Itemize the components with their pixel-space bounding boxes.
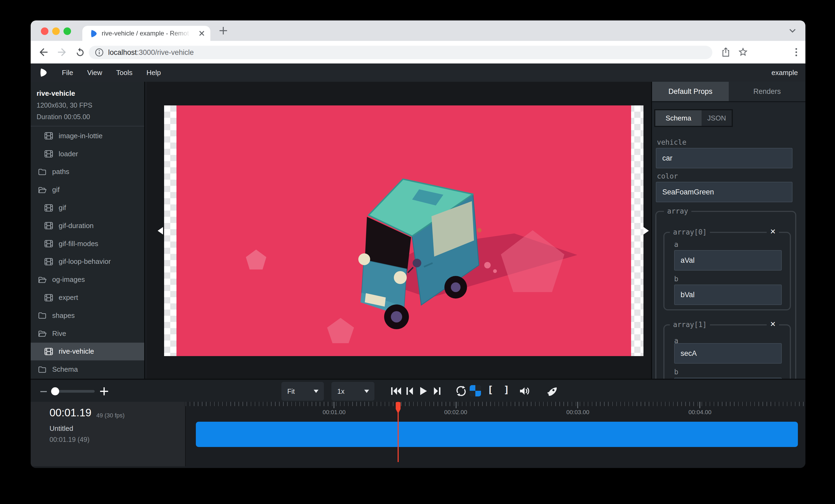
timeline-section: 00:01.19 49 (30 fps) Untitled 00:01.19 (… [30,402,806,468]
sidebar-item-rive-vehicle[interactable]: rive-vehicle [30,343,144,361]
vehicle-field[interactable] [656,148,793,168]
ruler-tick-4s: 00:04.00 [684,409,716,416]
previous-frame-button[interactable] [403,384,416,398]
zoom-out-icon[interactable] [39,387,48,396]
field-label-color: color [657,172,678,180]
array-0-a-field[interactable] [674,250,782,271]
transparency-checkerboard-icon[interactable] [470,385,481,396]
current-frame-display: 49 (30 fps) [96,412,125,419]
skip-to-start-button[interactable] [389,384,403,398]
current-time-display: 00:01.19 [49,407,91,419]
address-bar[interactable]: localhost:3000/rive-vehicle [89,46,712,59]
timeline-info-panel: 00:01.19 49 (30 fps) Untitled 00:01.19 (… [30,402,186,466]
array-1-a-field[interactable] [674,343,782,364]
forward-icon[interactable] [56,46,68,58]
site-info-icon[interactable] [95,48,104,57]
app-menubar: File View Tools Help example [30,63,806,82]
render-rocket-icon[interactable] [546,384,558,398]
menu-view[interactable]: View [87,68,102,77]
play-button[interactable] [416,384,429,398]
sidebar-item-gif-fill-modes[interactable]: gif-fill-modes [30,235,144,253]
sidebar-item-gif-duration[interactable]: gif-duration [30,217,144,235]
close-window-button[interactable] [41,27,48,35]
tab-close-icon[interactable] [198,29,205,37]
menu-tools[interactable]: Tools [116,68,133,77]
browser-toolbar: localhost:3000/rive-vehicle [30,41,806,63]
track-duration: 00:01.19 (49) [49,436,89,443]
fullscreen-window-button[interactable] [63,27,71,35]
playback-controls-bar: Fit 1x [30,379,806,402]
sidebar-folder-og-images[interactable]: og-images [30,271,144,289]
chevron-down-icon [314,390,319,393]
sidebar-item-gif[interactable]: gif [30,199,144,217]
composition-info: rive-vehicle 1200x630, 30 FPS Duration 0… [30,82,144,126]
film-icon [44,221,53,230]
field-label-a: a [674,240,678,249]
url-path: :3000/rive-vehicle [137,48,194,57]
field-label-b: b [674,368,678,376]
new-tab-button[interactable] [219,26,228,35]
collapse-panel-icon[interactable] [644,227,649,234]
sidebar-folder-gif[interactable]: gif [30,181,144,199]
in-marker-button[interactable]: [ [487,384,493,395]
tab-search-chevron-icon[interactable] [788,26,797,35]
browser-menu-icon[interactable] [790,46,802,58]
bookmark-star-icon[interactable] [738,47,748,58]
chevron-down-icon [364,390,369,393]
sidebar-item-gif-loop-behavior[interactable]: gif-loop-behavior [30,253,144,271]
folder-open-icon [38,329,47,338]
color-field[interactable] [656,182,793,202]
composition-duration: Duration 00:05.00 [37,113,144,121]
desktop-background: rive-vehicle / example - Remot [0,0,835,504]
sidebar-item-expert[interactable]: expert [30,289,144,307]
animation-viewport [177,105,631,356]
film-icon [44,203,53,212]
zoom-in-icon[interactable] [100,387,109,396]
folder-icon [38,365,47,374]
loop-toggle-icon[interactable] [455,384,468,398]
playhead-marker[interactable] [395,402,401,414]
remove-array-item-icon[interactable]: ✕ [767,320,779,329]
array-item-0: array[0] ✕ a b [664,232,791,310]
reload-icon[interactable] [74,46,86,58]
menu-help[interactable]: Help [147,68,161,77]
tab-renders[interactable]: Renders [729,82,806,101]
tab-default-props[interactable]: Default Props [652,82,729,101]
sidebar-item-image-in-lottie[interactable]: image-in-lottie [30,127,144,145]
sidebar-folder-schema[interactable]: Schema [30,360,144,378]
next-frame-button[interactable] [431,384,444,398]
playback-rate-dropdown[interactable]: 1x [331,382,374,401]
menu-file[interactable]: File [62,68,73,77]
share-icon[interactable] [720,47,731,58]
array-item-0-label: array[0] [670,228,710,236]
zoom-slider-knob[interactable] [51,387,59,395]
volume-icon[interactable] [518,384,531,398]
out-marker-button[interactable]: ] [504,384,509,395]
timeline-track-bar[interactable] [196,422,798,447]
sidebar-folder-paths[interactable]: paths [30,163,144,181]
toggle-schema[interactable]: Schema [655,110,701,126]
sidebar-folder-rive[interactable]: Rive [30,324,144,343]
sidebar-item-loader[interactable]: loader [30,145,144,163]
film-icon [44,149,53,159]
ruler-tick-1s: 00:01.00 [318,409,350,416]
toggle-json[interactable]: JSON [701,110,732,126]
array-0-b-field[interactable] [674,285,782,305]
minimize-window-button[interactable] [52,27,60,35]
zoom-slider[interactable] [52,390,95,393]
browser-tab[interactable]: rive-vehicle / example - Remot [82,26,210,41]
remotion-favicon-icon [90,29,98,38]
folder-icon [38,167,47,176]
canvas-size-dropdown[interactable]: Fit [281,382,324,401]
sidebar-folder-shapes[interactable]: shapes [30,307,144,324]
timeline-ruler[interactable] [186,402,806,406]
video-frame[interactable] [164,105,644,356]
remove-array-item-icon[interactable]: ✕ [767,228,779,236]
ruler-tick-2s: 00:02.00 [440,409,472,416]
collapse-sidebar-icon[interactable] [158,227,163,234]
tab-title: rive-vehicle / example - Remot [102,29,191,37]
remotion-logo-icon[interactable] [39,67,48,78]
composition-title: rive-vehicle [37,89,144,98]
back-icon[interactable] [38,46,49,58]
film-icon [44,257,53,266]
